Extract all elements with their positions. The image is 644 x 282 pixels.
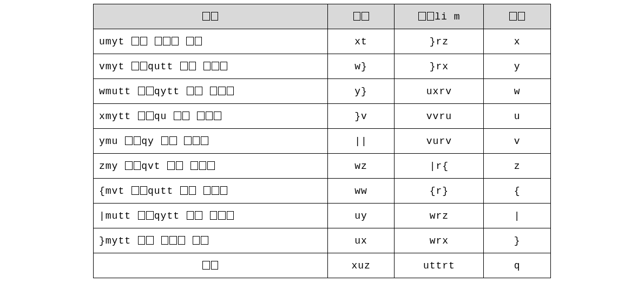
table-row: {mvt qutt ww{r}{ (94, 179, 551, 204)
header-row: li m (94, 4, 551, 29)
cell-0-3: x (484, 29, 551, 54)
cell-5-0: zmy qvt (94, 154, 328, 179)
table-row: xuzuttrtq (94, 253, 551, 278)
cell-0-2: }rz (395, 29, 484, 54)
cell-9-3: q (484, 253, 551, 278)
cell-4-3: v (484, 129, 551, 154)
cell-2-0: wmutt qytt (94, 79, 328, 104)
cell-7-3: | (484, 204, 551, 228)
cell-8-2: wrx (395, 228, 484, 253)
cell-7-1: uy (327, 204, 395, 228)
cell-1-1: w} (327, 54, 395, 79)
cell-5-1: wz (327, 154, 395, 179)
cell-4-2: vurv (395, 129, 484, 154)
table-body: umyt xt}rzxvmyt qutt w}}rxywmutt qytt y}… (94, 29, 551, 278)
cell-2-1: y} (327, 79, 395, 104)
cell-6-2: {r} (395, 179, 484, 204)
cell-6-3: { (484, 179, 551, 204)
table-row: wmutt qytt y}uxrvw (94, 79, 551, 104)
table-row: xmytt qu }vvvruu (94, 104, 551, 129)
cell-1-0: vmyt qutt (94, 54, 328, 79)
table-row: umyt xt}rzx (94, 29, 551, 54)
cell-6-0: {mvt qutt (94, 179, 328, 204)
cell-1-3: y (484, 54, 551, 79)
cell-0-0: umyt (94, 29, 328, 54)
table-row: ymu qy ||vurvv (94, 129, 551, 154)
cell-2-2: uxrv (395, 79, 484, 104)
col-header-1 (327, 4, 395, 29)
cell-8-0: }mytt (94, 228, 328, 253)
table-row: zmy qvt wz|r{z (94, 154, 551, 179)
table-row: vmyt qutt w}}rxy (94, 54, 551, 79)
cell-4-0: ymu qy (94, 129, 328, 154)
cell-9-1: xuz (327, 253, 395, 278)
cell-8-1: ux (327, 228, 395, 253)
cell-9-0 (94, 253, 328, 278)
cell-5-2: |r{ (395, 154, 484, 179)
cell-9-2: uttrt (395, 253, 484, 278)
cell-3-3: u (484, 104, 551, 129)
cell-5-3: z (484, 154, 551, 179)
cell-8-3: } (484, 228, 551, 253)
data-table: li m umyt xt}rzxvmyt qutt w}}rxywmutt qy… (93, 4, 551, 278)
cell-7-2: wrz (395, 204, 484, 228)
cell-2-3: w (484, 79, 551, 104)
cell-6-1: ww (327, 179, 395, 204)
cell-7-0: |mutt qytt (94, 204, 328, 228)
cell-0-1: xt (327, 29, 395, 54)
table-row: |mutt qytt uywrz| (94, 204, 551, 228)
cell-3-2: vvru (395, 104, 484, 129)
cell-3-0: xmytt qu (94, 104, 328, 129)
col-header-3 (484, 4, 551, 29)
col-header-0 (94, 4, 328, 29)
col-header-2: li m (395, 4, 484, 29)
cell-1-2: }rx (395, 54, 484, 79)
table-row: }mytt uxwrx} (94, 228, 551, 253)
cell-3-1: }v (327, 104, 395, 129)
cell-4-1: || (327, 129, 395, 154)
